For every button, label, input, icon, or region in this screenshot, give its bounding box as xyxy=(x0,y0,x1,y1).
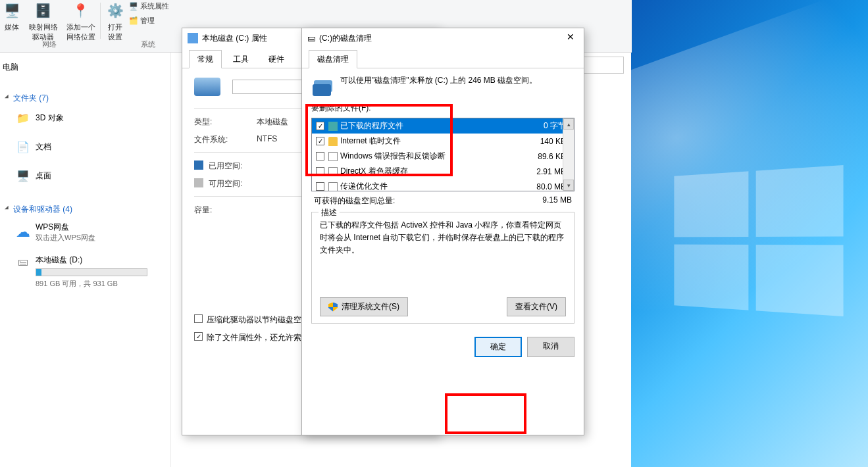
ribbon-group-network: 网络 xyxy=(23,39,76,49)
shield-icon xyxy=(328,303,338,312)
file-icon xyxy=(328,167,338,176)
total-space-label: 可获得的磁盘空间总量: xyxy=(314,195,395,207)
row-name: Windows 错误报告和反馈诊断 xyxy=(340,151,446,162)
nav-devices-header[interactable]: 设备和驱动器 (4) xyxy=(0,200,170,219)
row-name: 传递优化文件 xyxy=(340,181,388,191)
disk-cleanup-dialog: 🖴 (C:)的磁盘清理 ✕ 磁盘清理 可以使用"磁盘清理"来释放 (C:) 上的… xyxy=(301,28,584,435)
ribbon-map-drive[interactable]: 🗄️ 映射网络 驱动器 xyxy=(25,0,61,42)
add-location-icon: 📍 xyxy=(70,0,91,21)
tab-general[interactable]: 常规 xyxy=(189,50,222,68)
cleanup-titlebar[interactable]: 🖴 (C:)的磁盘清理 ✕ xyxy=(302,28,584,48)
properties-title-text: 本地磁盘 (C:) 属性 xyxy=(202,33,267,44)
cleanup-title-text: (C:)的磁盘清理 xyxy=(319,33,372,44)
ribbon-add-network[interactable]: 📍 添加一个 网络位置 xyxy=(63,0,99,42)
filelist-row[interactable]: DirectX 着色器缓存2.91 MB xyxy=(312,164,574,179)
row-checkbox[interactable] xyxy=(316,182,324,191)
disk-cleanup-title-icon: 🖴 xyxy=(307,34,315,43)
drive-title-icon xyxy=(188,33,198,43)
cleanup-tabs: 磁盘清理 xyxy=(302,49,584,68)
media-icon: 🖥️ xyxy=(1,0,22,21)
nav-drive-d[interactable]: 🖴 本地磁盘 (D:) 891 GB 可用，共 931 GB xyxy=(0,252,170,291)
file-icon xyxy=(328,152,338,161)
network-drive-icon: 🗄️ xyxy=(33,0,54,21)
drive-art-icon xyxy=(194,78,220,96)
filelist-row[interactable]: Windows 错误报告和反馈诊断89.6 KB xyxy=(312,149,574,164)
ribbon-group-system: 系统 xyxy=(128,39,168,49)
explorer-left-pane: 电脑 文件夹 (7) 📁 3D 对象 📄 文档 🖥️ 桌面 设备和驱动器 (4)… xyxy=(0,53,171,467)
description-text: 已下载的程序文件包括 ActiveX 控件和 Java 小程序，你查看特定网页时… xyxy=(320,219,566,257)
filelist-row[interactable]: 已下载的程序文件0 字节 xyxy=(312,118,574,134)
used-space-color xyxy=(194,160,203,170)
disk-cleanup-icon xyxy=(311,75,332,96)
nav-folders-header[interactable]: 文件夹 (7) xyxy=(0,89,170,108)
tab-disk-cleanup[interactable]: 磁盘清理 xyxy=(309,50,357,68)
desktop-wallpaper xyxy=(631,0,868,467)
files-to-delete-list[interactable]: 已下载的程序文件0 字节Internet 临时文件140 KBWindows 错… xyxy=(311,118,574,191)
folder-desktop-icon: 🖥️ xyxy=(16,168,30,183)
nav-3d-objects[interactable]: 📁 3D 对象 xyxy=(0,108,170,128)
nav-documents[interactable]: 📄 文档 xyxy=(0,137,170,157)
nav-wps-drive[interactable]: ☁ WPS网盘 双击进入WPS网盘 xyxy=(0,219,170,245)
files-to-delete-label: 要删除的文件(F): xyxy=(311,103,574,114)
ribbon-system-properties[interactable]: 🖥️ 系统属性 xyxy=(129,1,175,11)
nav-desktop[interactable]: 🖥️ 桌面 xyxy=(0,166,170,185)
description-group: 描述 已下载的程序文件包括 ActiveX 控件和 Java 小程序，你查看特定… xyxy=(311,212,574,324)
scroll-up-button[interactable]: ▴ xyxy=(563,118,574,130)
row-name: Internet 临时文件 xyxy=(340,135,401,147)
ribbon-manage[interactable]: 🗂️ 管理 xyxy=(129,16,175,26)
ribbon-media[interactable]: 🖥️ 媒体 xyxy=(0,0,24,32)
ribbon-open-settings[interactable]: ⚙️ 打开 设置 xyxy=(104,0,126,42)
clean-system-files-button[interactable]: 清理系统文件(S) xyxy=(320,297,408,316)
compress-checkbox[interactable] xyxy=(194,314,203,323)
cleanup-cancel-button[interactable]: 取消 xyxy=(527,337,574,357)
computer-icon: 🖥️ xyxy=(129,2,138,10)
cloud-icon: ☁ xyxy=(16,225,30,239)
row-checkbox[interactable] xyxy=(316,167,324,176)
lock-icon xyxy=(328,137,338,146)
scroll-down-button[interactable]: ▾ xyxy=(563,180,574,191)
row-checkbox[interactable] xyxy=(316,152,324,160)
folder-documents-icon: 📄 xyxy=(16,139,30,154)
folder-3d-icon: 📁 xyxy=(16,111,30,125)
close-button[interactable]: ✕ xyxy=(561,31,580,44)
cleanup-ok-button[interactable]: 确定 xyxy=(474,337,522,357)
manage-icon: 🗂️ xyxy=(129,16,138,24)
row-name: 已下载的程序文件 xyxy=(340,120,403,132)
tab-hardware[interactable]: 硬件 xyxy=(260,50,293,68)
gear-icon: ⚙️ xyxy=(105,0,126,21)
file-icon xyxy=(328,182,338,191)
description-legend: 描述 xyxy=(319,207,340,218)
filelist-row[interactable]: Internet 临时文件140 KB xyxy=(312,134,574,149)
cleanup-intro-text: 可以使用"磁盘清理"来释放 (C:) 上的 246 MB 磁盘空间。 xyxy=(340,75,537,86)
drive-icon: 🖴 xyxy=(16,255,30,269)
view-files-button[interactable]: 查看文件(V) xyxy=(507,297,566,316)
row-checkbox[interactable] xyxy=(316,137,324,145)
row-name: DirectX 着色器缓存 xyxy=(340,166,408,177)
total-space-value: 9.15 MB xyxy=(542,195,572,207)
free-space-color xyxy=(194,178,203,187)
row-checkbox[interactable] xyxy=(316,122,324,130)
index-checkbox[interactable] xyxy=(194,332,203,341)
filelist-row[interactable]: 传递优化文件80.0 MB xyxy=(312,179,574,191)
teal-icon xyxy=(328,122,338,131)
drive-usage-bar xyxy=(36,268,147,276)
scrollbar[interactable]: ▴ ▾ xyxy=(563,118,574,191)
tab-tools[interactable]: 工具 xyxy=(224,50,257,68)
nav-this-pc[interactable]: 电脑 xyxy=(0,59,170,76)
windows-logo xyxy=(674,165,843,316)
